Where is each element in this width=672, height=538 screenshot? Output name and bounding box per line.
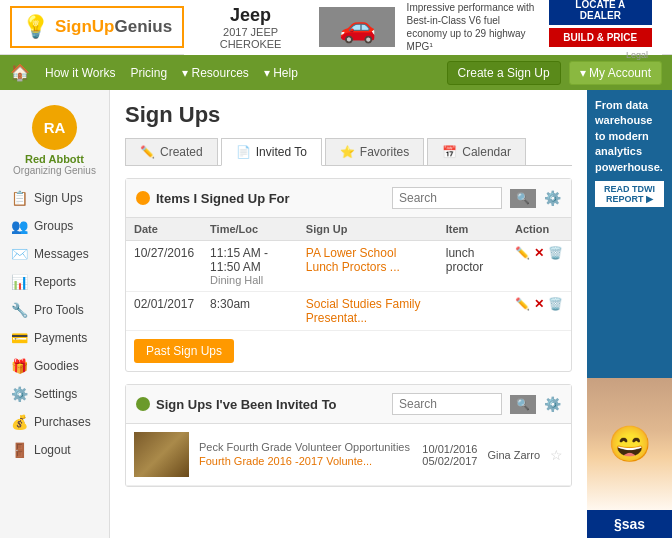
invited-info: Peck Fourth Grade Volunteer Opportunitie…: [199, 441, 412, 468]
sidebar-item-groups[interactable]: 👥 Groups: [0, 212, 109, 240]
header: 💡 SignUpGenius Jeep 2017 JEEP CHEROKEE I…: [0, 0, 672, 55]
nav-bar: 🏠 How it Works Pricing ▾ Resources ▾ Hel…: [0, 55, 672, 90]
row2-signup-link[interactable]: Social Studies Family Presentat...: [306, 297, 421, 325]
invited-section: Sign Ups I've Been Invited To 🔍 ⚙️ Peck …: [125, 384, 572, 487]
home-icon[interactable]: 🏠: [10, 63, 30, 82]
purchases-icon: 💰: [10, 414, 28, 430]
nav-how-it-works[interactable]: How it Works: [45, 66, 115, 80]
calendar-tab-icon: 📅: [442, 145, 457, 159]
signups-icon: 📋: [10, 190, 28, 206]
items-section-title-text: Items I Signed Up For: [156, 191, 290, 206]
sidebar-item-messages[interactable]: ✉️ Messages: [0, 240, 109, 268]
calendar-tab-label: Calendar: [462, 145, 511, 159]
row1-date: 10/27/2016: [126, 241, 202, 292]
right-ad-photo: 😄: [587, 378, 672, 510]
settings-icon: ⚙️: [10, 386, 28, 402]
sidebar-label-protools: Pro Tools: [34, 303, 84, 317]
nav-help[interactable]: ▾ Help: [264, 66, 298, 80]
protools-icon: 🔧: [10, 302, 28, 318]
my-account-button[interactable]: ▾ My Account: [569, 61, 662, 85]
sidebar-label-groups: Groups: [34, 219, 73, 233]
header-ad: Jeep 2017 JEEP CHEROKEE Impressive perfo…: [184, 0, 662, 55]
row2-signup: Social Studies Family Presentat...: [298, 292, 438, 331]
invited-row: Peck Fourth Grade Volunteer Opportunitie…: [126, 424, 571, 486]
legal-text: Legal: [549, 50, 652, 60]
invited-search-input[interactable]: [392, 393, 502, 415]
invited-section-title: Sign Ups I've Been Invited To: [136, 397, 384, 412]
build-price-button[interactable]: BUILD & PRICE: [549, 28, 652, 47]
invited-organizer: Gina Zarro: [487, 449, 540, 461]
row1-delete-icon[interactable]: ✕: [534, 246, 544, 260]
items-section-title: Items I Signed Up For: [136, 191, 384, 206]
row1-signup-link[interactable]: PA Lower School Lunch Proctors ...: [306, 246, 400, 274]
invited-link[interactable]: Fourth Grade 2016 -2017 Volunte...: [199, 455, 372, 467]
sidebar-label-goodies: Goodies: [34, 359, 79, 373]
row1-trash-icon[interactable]: 🗑️: [548, 246, 563, 260]
logo[interactable]: 💡 SignUpGenius: [10, 6, 184, 48]
jeep-brand: Jeep: [194, 5, 307, 26]
goodies-icon: 🎁: [10, 358, 28, 374]
row2-trash-icon[interactable]: 🗑️: [548, 297, 563, 311]
tab-created[interactable]: ✏️ Created: [125, 138, 218, 165]
items-search-button[interactable]: 🔍: [510, 189, 536, 208]
col-timeloc: Time/Loc: [202, 218, 298, 241]
row1-item: lunch proctor: [438, 241, 507, 292]
sidebar-item-payments[interactable]: 💳 Payments: [0, 324, 109, 352]
tab-calendar[interactable]: 📅 Calendar: [427, 138, 526, 165]
nav-pricing[interactable]: Pricing: [130, 66, 167, 80]
invited-section-header: Sign Ups I've Been Invited To 🔍 ⚙️: [126, 385, 571, 424]
jeep-perf: Impressive performance with Best-in-Clas…: [407, 1, 537, 53]
sidebar-label-messages: Messages: [34, 247, 89, 261]
invited-search-button[interactable]: 🔍: [510, 395, 536, 414]
logout-icon: 🚪: [10, 442, 28, 458]
row2-timeloc: 8:30am: [202, 292, 298, 331]
row2-edit-icon[interactable]: ✏️: [515, 297, 530, 311]
row1-signup: PA Lower School Lunch Proctors ...: [298, 241, 438, 292]
past-signups-button[interactable]: Past Sign Ups: [134, 339, 234, 363]
user-title: Organizing Genius: [0, 165, 109, 176]
sidebar-item-settings[interactable]: ⚙️ Settings: [0, 380, 109, 408]
items-gear-icon[interactable]: ⚙️: [544, 190, 561, 206]
nav-resources[interactable]: ▾ Resources: [182, 66, 249, 80]
sidebar-item-reports[interactable]: 📊 Reports: [0, 268, 109, 296]
row2-item: [438, 292, 507, 331]
sidebar-item-protools[interactable]: 🔧 Pro Tools: [0, 296, 109, 324]
invited-tab-label: Invited To: [256, 145, 307, 159]
avatar: RA: [32, 105, 77, 150]
right-ad-person-icon: 😄: [608, 424, 652, 465]
reports-icon: 📊: [10, 274, 28, 290]
favorites-tab-label: Favorites: [360, 145, 409, 159]
sidebar-label-purchases: Purchases: [34, 415, 91, 429]
sidebar-item-purchases[interactable]: 💰 Purchases: [0, 408, 109, 436]
sidebar-label-payments: Payments: [34, 331, 87, 345]
tab-invited-to[interactable]: 📄 Invited To: [221, 138, 322, 166]
create-signup-button[interactable]: Create a Sign Up: [447, 61, 561, 85]
row2-delete-icon[interactable]: ✕: [534, 297, 544, 311]
created-tab-icon: ✏️: [140, 145, 155, 159]
main-content: Sign Ups ✏️ Created 📄 Invited To ⭐ Favor…: [110, 90, 587, 538]
row1-actions: ✏️ ✕ 🗑️: [507, 241, 571, 292]
messages-icon: ✉️: [10, 246, 28, 262]
tab-favorites[interactable]: ⭐ Favorites: [325, 138, 424, 165]
items-table: Date Time/Loc Sign Up Item Action 10/27/…: [126, 218, 571, 331]
invited-thumbnail: [134, 432, 189, 477]
sidebar: RA Red Abbott Organizing Genius 📋 Sign U…: [0, 90, 110, 538]
sidebar-label-logout: Logout: [34, 443, 71, 457]
favorites-tab-icon: ⭐: [340, 145, 355, 159]
right-ad-read-button[interactable]: READ TDWI REPORT ▶: [595, 181, 664, 207]
invited-star-icon[interactable]: ☆: [550, 447, 563, 463]
items-section: Items I Signed Up For 🔍 ⚙️ Date Time/Loc…: [125, 178, 572, 372]
row1-timeloc: 11:15 AM - 11:50 AM Dining Hall: [202, 241, 298, 292]
sidebar-item-logout[interactable]: 🚪 Logout: [0, 436, 109, 464]
sidebar-item-goodies[interactable]: 🎁 Goodies: [0, 352, 109, 380]
invited-gear-icon[interactable]: ⚙️: [544, 396, 561, 412]
row1-edit-icon[interactable]: ✏️: [515, 246, 530, 260]
col-signup: Sign Up: [298, 218, 438, 241]
items-search-input[interactable]: [392, 187, 502, 209]
logo-bulb-icon: 💡: [22, 14, 49, 40]
locate-dealer-button[interactable]: LOCATE A DEALER: [549, 0, 652, 25]
sidebar-label-reports: Reports: [34, 275, 76, 289]
sidebar-item-signups[interactable]: 📋 Sign Ups: [0, 184, 109, 212]
col-action: Action: [507, 218, 571, 241]
invited-org: Peck Fourth Grade Volunteer Opportunitie…: [199, 441, 412, 453]
